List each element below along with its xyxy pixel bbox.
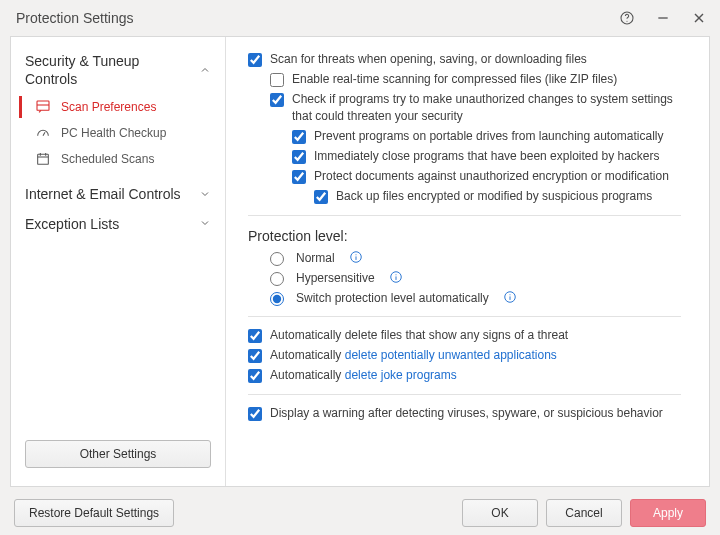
other-settings-button[interactable]: Other Settings: [25, 440, 211, 468]
sidebar-item-label: Scan Preferences: [61, 100, 156, 114]
chevron-down-icon: [199, 187, 211, 203]
option-backup-encrypted[interactable]: Back up files encrypted or modified by s…: [248, 186, 681, 206]
radio-hypersensitive-row[interactable]: Hypersensitive: [248, 268, 681, 288]
option-auto-delete-joke[interactable]: Automatically delete joke programs: [248, 365, 681, 385]
checkbox-unauthorized-changes[interactable]: [270, 93, 284, 107]
option-auto-delete-pup[interactable]: Automatically delete potentially unwante…: [248, 345, 681, 365]
scan-preferences-icon: [35, 99, 51, 115]
text-fragment: Automatically: [270, 368, 345, 382]
option-close-exploited[interactable]: Immediately close programs that have bee…: [248, 146, 681, 166]
svg-line-6: [43, 132, 45, 135]
sidebar-group-label: Internet & Email Controls: [25, 186, 181, 204]
divider: [248, 316, 681, 317]
cancel-button[interactable]: Cancel: [546, 499, 622, 527]
option-scan-threats[interactable]: Scan for threats when opening, saving, o…: [248, 49, 681, 69]
sidebar: Security & Tuneup Controls Scan Preferen…: [11, 37, 226, 486]
sidebar-item-label: Scheduled Scans: [61, 152, 154, 166]
option-label: Prevent programs on portable drives from…: [314, 128, 664, 144]
option-unauthorized-changes[interactable]: Check if programs try to make unauthoriz…: [248, 89, 681, 125]
checkbox-protect-documents[interactable]: [292, 170, 306, 184]
svg-rect-7: [38, 154, 49, 164]
close-icon[interactable]: [688, 7, 710, 29]
radio-auto-row[interactable]: Switch protection level automatically: [248, 288, 681, 308]
title-bar: Protection Settings: [0, 0, 720, 36]
divider: [248, 215, 681, 216]
option-label: Enable real-time scanning for compressed…: [292, 71, 617, 87]
checkbox-scan-threats[interactable]: [248, 53, 262, 67]
radio-hypersensitive[interactable]: [270, 272, 284, 286]
checkbox-auto-delete-joke[interactable]: [248, 369, 262, 383]
radio-label: Normal: [296, 250, 335, 266]
svg-rect-5: [37, 101, 49, 110]
option-auto-delete[interactable]: Automatically delete files that show any…: [248, 325, 681, 345]
radio-label: Switch protection level automatically: [296, 290, 489, 306]
sidebar-item-label: PC Health Checkup: [61, 126, 166, 140]
checkbox-portable-drives[interactable]: [292, 130, 306, 144]
info-icon[interactable]: [349, 250, 363, 264]
gauge-icon: [35, 125, 51, 141]
info-icon[interactable]: [389, 270, 403, 284]
option-protect-documents[interactable]: Protect documents against unauthorized e…: [248, 166, 681, 186]
minimize-icon[interactable]: [652, 7, 674, 29]
sidebar-item-pc-health-checkup[interactable]: PC Health Checkup: [11, 120, 225, 146]
option-display-warning[interactable]: Display a warning after detecting viruse…: [248, 403, 681, 423]
ok-button[interactable]: OK: [462, 499, 538, 527]
help-icon[interactable]: [616, 7, 638, 29]
apply-button[interactable]: Apply: [630, 499, 706, 527]
protection-settings-window: Protection Settings Security & Tuneup Co…: [0, 0, 720, 535]
radio-label: Hypersensitive: [296, 270, 375, 286]
option-label: Scan for threats when opening, saving, o…: [270, 51, 587, 67]
option-label: Protect documents against unauthorized e…: [314, 168, 669, 184]
checkbox-realtime-compressed[interactable]: [270, 73, 284, 87]
chevron-down-icon: [199, 216, 211, 232]
sidebar-group-label: Exception Lists: [25, 216, 119, 234]
sidebar-group-internet-email[interactable]: Internet & Email Controls: [11, 178, 225, 208]
titlebar-controls: [616, 7, 710, 29]
window-title: Protection Settings: [16, 10, 616, 26]
option-label: Automatically delete potentially unwante…: [270, 347, 557, 363]
divider: [248, 394, 681, 395]
text-fragment: Automatically: [270, 348, 345, 362]
radio-normal[interactable]: [270, 252, 284, 266]
checkbox-auto-delete-pup[interactable]: [248, 349, 262, 363]
checkbox-backup-encrypted[interactable]: [314, 190, 328, 204]
sidebar-items-security-tuneup: Scan Preferences PC Health Checkup Sched…: [11, 92, 225, 178]
info-icon[interactable]: [503, 290, 517, 304]
checkbox-close-exploited[interactable]: [292, 150, 306, 164]
restore-defaults-button[interactable]: Restore Default Settings: [14, 499, 174, 527]
sidebar-item-scheduled-scans[interactable]: Scheduled Scans: [11, 146, 225, 172]
sidebar-group-label: Security & Tuneup Controls: [25, 53, 185, 88]
protection-level-title: Protection level:: [248, 224, 681, 248]
link-delete-pup[interactable]: delete potentially unwanted applications: [345, 348, 557, 362]
main-panel: Scan for threats when opening, saving, o…: [226, 37, 709, 486]
option-realtime-compressed[interactable]: Enable real-time scanning for compressed…: [248, 69, 681, 89]
footer-bar: Restore Default Settings OK Cancel Apply: [0, 491, 720, 535]
svg-point-13: [355, 254, 356, 255]
svg-point-1: [626, 21, 627, 22]
sidebar-group-exception-lists[interactable]: Exception Lists: [11, 208, 225, 238]
sidebar-group-security-tuneup[interactable]: Security & Tuneup Controls: [11, 45, 225, 92]
checkbox-auto-delete[interactable]: [248, 329, 262, 343]
content-frame: Security & Tuneup Controls Scan Preferen…: [10, 36, 710, 487]
radio-auto[interactable]: [270, 292, 284, 306]
calendar-icon: [35, 151, 51, 167]
option-label: Check if programs try to make unauthoriz…: [292, 91, 681, 123]
option-label: Display a warning after detecting viruse…: [270, 405, 663, 421]
option-label: Automatically delete joke programs: [270, 367, 457, 383]
sidebar-item-scan-preferences[interactable]: Scan Preferences: [11, 94, 225, 120]
svg-point-19: [509, 294, 510, 295]
option-label: Automatically delete files that show any…: [270, 327, 568, 343]
checkbox-display-warning[interactable]: [248, 407, 262, 421]
radio-normal-row[interactable]: Normal: [248, 248, 681, 268]
link-delete-joke[interactable]: delete joke programs: [345, 368, 457, 382]
svg-point-16: [395, 274, 396, 275]
option-portable-drives[interactable]: Prevent programs on portable drives from…: [248, 126, 681, 146]
option-label: Back up files encrypted or modified by s…: [336, 188, 652, 204]
option-label: Immediately close programs that have bee…: [314, 148, 660, 164]
chevron-up-icon: [199, 63, 211, 79]
